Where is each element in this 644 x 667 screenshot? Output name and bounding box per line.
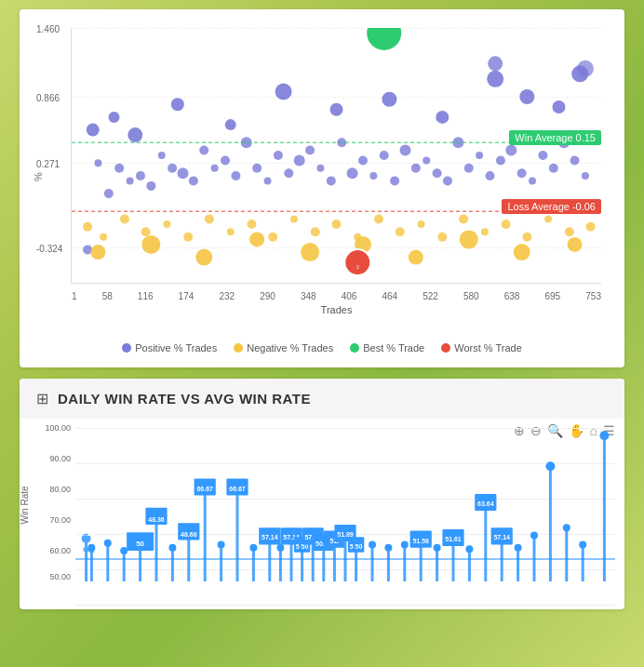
x-tick-3: 116 [138, 291, 154, 301]
svg-point-6 [146, 181, 155, 191]
svg-point-179 [401, 540, 409, 548]
svg-point-56 [436, 111, 449, 124]
svg-point-18 [274, 151, 283, 160]
svg-point-175 [369, 540, 376, 548]
x-axis-ticks: 1 58 116 174 232 290 348 406 464 522 580… [72, 291, 601, 301]
svg-point-2 [104, 189, 114, 198]
svg-point-145 [276, 544, 284, 552]
legend-label-worst: Worst % Trade [454, 342, 522, 354]
svg-point-123 [168, 544, 176, 552]
svg-point-185 [434, 544, 441, 552]
svg-point-53 [275, 84, 292, 100]
svg-point-97 [514, 244, 530, 260]
svg-point-89 [90, 245, 105, 260]
svg-point-73 [268, 233, 277, 242]
svg-point-16 [252, 164, 262, 173]
svg-point-61 [366, 28, 403, 51]
svg-point-21 [305, 146, 315, 155]
svg-point-98 [568, 237, 583, 252]
svg-point-78 [374, 215, 383, 224]
table-icon: ⊞ [36, 390, 48, 407]
svg-point-44 [549, 164, 558, 173]
bar-y-axis: Win Rate 100.00 90.00 80.00 70.00 60.00 … [29, 428, 75, 581]
svg-point-139 [249, 544, 257, 552]
x-tick-12: 638 [504, 291, 520, 301]
x-axis-label: Trades [321, 304, 353, 315]
scatter-chart-card: % 1.460 0.866 0.271 -0.324 [20, 9, 624, 367]
svg-point-11 [199, 146, 208, 155]
svg-point-63 [577, 60, 594, 77]
svg-text:66.67: 66.67 [229, 486, 246, 492]
svg-point-30 [399, 145, 410, 156]
svg-point-75 [311, 227, 320, 236]
svg-text:51.58: 51.58 [412, 538, 429, 544]
svg-point-37 [476, 152, 483, 159]
legend-dot-negative [234, 343, 243, 353]
svg-point-38 [486, 171, 495, 180]
svg-text:5 50: 5 50 [350, 543, 363, 550]
svg-point-33 [433, 168, 442, 178]
svg-point-76 [332, 220, 342, 229]
svg-point-205 [545, 461, 555, 471]
svg-point-92 [249, 232, 264, 247]
x-tick-9: 464 [382, 291, 397, 301]
bar-y-tick-60: 60.00 [49, 546, 71, 555]
bar-plot-area: 57.14 [75, 428, 615, 581]
legend-positive: Positive % Trades [122, 342, 217, 354]
svg-point-211 [599, 431, 609, 440]
svg-point-62 [488, 56, 503, 71]
svg-point-207 [563, 524, 570, 531]
svg-point-64 [83, 222, 92, 232]
win-average-box: Win Average 0.15 [509, 130, 601, 145]
svg-text:51.61: 51.61 [445, 536, 462, 542]
svg-point-95 [409, 250, 423, 265]
x-tick-14: 753 [585, 291, 601, 301]
scatter-chart: % 1.460 0.866 0.271 -0.324 [34, 19, 610, 335]
svg-text:57.14: 57.14 [262, 534, 278, 540]
scatter-y-axis-label: % [33, 172, 44, 181]
bar-y-tick-100: 100.00 [45, 423, 71, 433]
svg-text:63.64: 63.64 [477, 500, 494, 507]
svg-text:66.67: 66.67 [196, 486, 213, 492]
svg-point-22 [316, 165, 324, 172]
svg-text:50: 50 [136, 540, 144, 548]
svg-point-47 [582, 172, 589, 180]
svg-point-55 [382, 92, 396, 107]
svg-point-27 [369, 172, 377, 180]
scatter-plot-area: 1.460 0.866 0.271 -0.324 [71, 28, 601, 284]
svg-rect-109 [89, 548, 95, 553]
svg-point-201 [515, 544, 522, 552]
x-tick-11: 580 [463, 291, 479, 301]
svg-point-4 [127, 177, 134, 184]
legend-label-positive: Positive % Trades [135, 342, 217, 354]
svg-point-14 [231, 171, 240, 180]
svg-text:48.36: 48.36 [148, 516, 165, 523]
x-tick-8: 406 [342, 291, 357, 301]
svg-point-41 [517, 168, 527, 178]
svg-point-191 [465, 545, 473, 553]
svg-point-69 [183, 233, 193, 242]
svg-point-52 [225, 119, 236, 130]
svg-point-65 [100, 233, 107, 241]
legend-dot-positive [122, 343, 131, 353]
svg-point-10 [189, 176, 198, 185]
bar-y-tick-90: 90.00 [49, 454, 71, 463]
svg-point-34 [443, 176, 452, 185]
svg-point-19 [284, 168, 293, 178]
svg-text:57.14: 57.14 [493, 534, 510, 540]
svg-point-17 [264, 177, 272, 184]
svg-point-68 [163, 220, 170, 228]
svg-point-12 [211, 165, 219, 172]
svg-point-26 [358, 155, 368, 165]
bar-chart-body: ⊕ ⊖ 🔍 ✋ ⌂ ☰ Win Rate 100.00 90.00 80.00 … [20, 419, 624, 609]
bar-y-axis-label: Win Rate [20, 486, 30, 524]
scatter-legend: Positive % Trades Negative % Trades Best… [34, 342, 610, 354]
svg-point-67 [141, 227, 151, 236]
svg-point-8 [168, 164, 177, 173]
bar-y-tick-50: 50.00 [49, 572, 71, 581]
svg-point-54 [330, 103, 343, 116]
x-tick-2: 58 [102, 291, 113, 301]
svg-point-9 [177, 167, 188, 179]
svg-point-3 [114, 164, 124, 173]
svg-point-133 [218, 540, 225, 548]
